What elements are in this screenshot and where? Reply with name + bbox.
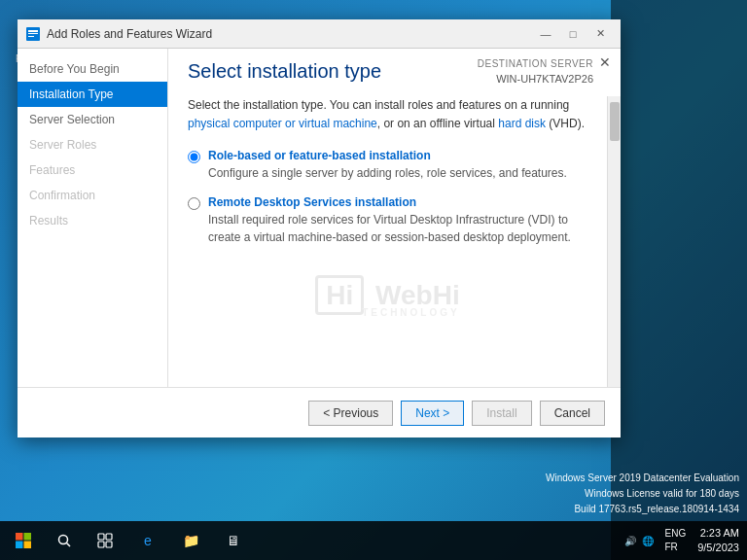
content-body: Select the installation type. You can in… — [168, 96, 607, 387]
search-button[interactable] — [47, 521, 82, 560]
windows-icon — [15, 532, 32, 549]
desktop: 🗑 Recycle Bin Add Roles and Features Wiz… — [0, 0, 747, 560]
start-button[interactable] — [0, 521, 47, 560]
svg-rect-2 — [28, 33, 38, 34]
nav-features: Features — [18, 158, 167, 183]
dialog-footer: < Previous Next > Install Cancel — [18, 387, 621, 438]
svg-rect-6 — [16, 542, 23, 549]
volume-icon[interactable]: 🔊 — [624, 536, 636, 546]
svg-rect-12 — [98, 542, 104, 547]
file-explorer-icon[interactable]: 📁 — [171, 521, 210, 560]
minimize-button[interactable]: — — [533, 24, 558, 44]
destination-server-value: WIN-UH7KTAV2P26 — [478, 71, 593, 88]
taskbar: e 📁 🖥 🔊 🌐 ENG FR 2:23 AM 9/5/2023 — [0, 521, 747, 560]
lang-eng: ENG — [665, 527, 687, 541]
svg-point-8 — [59, 536, 68, 544]
remote-desktop-option: Remote Desktop Services installation Ins… — [188, 195, 587, 246]
dialog-body: Before You Begin Installation Type Serve… — [18, 49, 621, 387]
watermark-text: Hi WebHi TECHNOLOGY — [315, 280, 459, 318]
content-header: Select installation type DESTINATION SER… — [168, 49, 621, 96]
taskbar-pinned-icons: e 📁 🖥 — [86, 521, 253, 560]
dialog-title: Add Roles and Features Wizard — [47, 27, 533, 41]
watermark-sub: TECHNOLOGY — [315, 307, 459, 318]
main-content: Select installation type DESTINATION SER… — [168, 49, 621, 387]
content-scrollable: Select the installation type. You can in… — [168, 96, 621, 387]
destination-label: DESTINATION SERVER — [478, 56, 593, 71]
physical-computer-link[interactable]: physical computer or virtual machine — [188, 117, 377, 130]
nav-panel: Before You Begin Installation Type Serve… — [18, 49, 168, 387]
scrollbar[interactable] — [607, 96, 621, 387]
nav-confirmation: Confirmation — [18, 183, 167, 208]
svg-rect-3 — [28, 36, 34, 37]
server-info-line1: Windows Server 2019 Datacenter Evaluatio… — [546, 471, 739, 486]
role-based-title: Role-based or feature-based installation — [208, 149, 587, 162]
svg-rect-11 — [106, 534, 112, 540]
svg-rect-5 — [24, 533, 32, 541]
watermark: Hi WebHi TECHNOLOGY — [188, 260, 587, 337]
search-icon — [56, 533, 72, 548]
svg-rect-4 — [16, 533, 23, 541]
cancel-button[interactable]: Cancel — [540, 401, 605, 426]
description-text: Select the installation type. You can in… — [188, 96, 587, 133]
nav-server-roles: Server Roles — [18, 132, 167, 158]
svg-rect-10 — [98, 534, 104, 540]
remote-desktop-text: Remote Desktop Services installation Ins… — [208, 195, 587, 246]
taskbar-right: 🔊 🌐 ENG FR 2:23 AM 9/5/2023 — [624, 526, 748, 556]
server-manager-icon[interactable]: 🖥 — [214, 521, 253, 560]
scroll-thumb[interactable] — [610, 102, 620, 141]
server-info-line3: Build 17763.rs5_release.180914-1434 — [546, 502, 739, 517]
server-info: Windows Server 2019 Datacenter Evaluatio… — [546, 471, 739, 517]
next-button[interactable]: Next > — [401, 401, 464, 426]
svg-line-9 — [67, 543, 71, 547]
install-button[interactable]: Install — [472, 401, 531, 426]
svg-rect-13 — [106, 542, 112, 547]
window-controls: — □ ✕ — [533, 24, 613, 44]
role-based-text: Role-based or feature-based installation… — [208, 149, 587, 182]
add-roles-wizard-dialog: Add Roles and Features Wizard — □ ✕ Befo… — [18, 19, 621, 438]
language-indicator: ENG FR — [665, 527, 687, 554]
role-based-radio[interactable] — [188, 151, 200, 163]
watermark-webhi: WebHi — [375, 280, 460, 310]
task-view-button[interactable] — [86, 521, 124, 560]
lang-fr: FR — [665, 541, 687, 554]
remote-desktop-label[interactable]: Remote Desktop Services installation Ins… — [188, 195, 587, 246]
destination-server-info: DESTINATION SERVER WIN-UH7KTAV2P26 — [478, 56, 593, 88]
nav-installation-type[interactable]: Installation Type — [18, 82, 167, 107]
dialog-titlebar: Add Roles and Features Wizard — □ ✕ — [18, 19, 621, 49]
close-button[interactable]: ✕ — [587, 24, 613, 44]
previous-button[interactable]: < Previous — [308, 401, 393, 426]
svg-rect-7 — [24, 542, 32, 549]
network-icon[interactable]: 🌐 — [642, 536, 654, 546]
server-info-line2: Windows License valid for 180 days — [546, 486, 739, 502]
nav-server-selection[interactable]: Server Selection — [18, 107, 167, 132]
content-close-button[interactable]: ✕ — [599, 54, 611, 70]
wizard-icon — [25, 26, 41, 42]
role-based-label[interactable]: Role-based or feature-based installation… — [188, 149, 587, 182]
role-based-description: Configure a single server by adding role… — [208, 164, 587, 182]
ie-icon[interactable]: e — [128, 521, 167, 560]
system-tray: 🔊 🌐 — [624, 536, 654, 546]
remote-desktop-title: Remote Desktop Services installation — [208, 195, 587, 209]
remote-desktop-radio[interactable] — [188, 197, 200, 210]
svg-rect-1 — [28, 30, 38, 32]
role-based-option: Role-based or feature-based installation… — [188, 149, 587, 182]
date-display: 9/5/2023 — [697, 541, 739, 555]
clock[interactable]: 2:23 AM 9/5/2023 — [697, 526, 739, 556]
time-display: 2:23 AM — [697, 526, 739, 541]
nav-before-you-begin[interactable]: Before You Begin — [18, 56, 167, 82]
remote-desktop-description: Install required role services for Virtu… — [208, 211, 587, 246]
hard-disk-link[interactable]: hard disk — [498, 117, 546, 130]
nav-results: Results — [18, 208, 167, 233]
maximize-button[interactable]: □ — [560, 24, 586, 44]
